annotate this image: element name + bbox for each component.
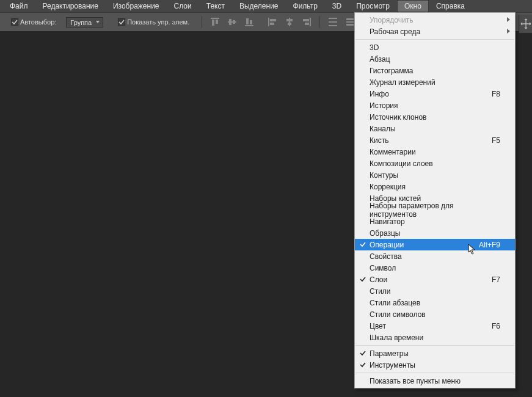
menu-image[interactable]: Изображение <box>106 0 167 12</box>
menu-item-shortcut: Alt+F9 <box>479 241 500 249</box>
menu-item[interactable]: Шкала времени <box>355 332 515 343</box>
menu-item[interactable]: Журнал измерений <box>355 76 515 88</box>
menu-item[interactable]: Каналы <box>355 123 515 134</box>
menu-item[interactable]: Показать все пункты меню <box>355 375 515 387</box>
move-tool-icon <box>519 15 532 33</box>
menu-item[interactable]: Образцы <box>355 227 515 239</box>
check-icon <box>359 275 366 283</box>
menu-item[interactable]: Символ <box>355 262 515 274</box>
menu-separator <box>355 345 514 346</box>
menu-separator <box>355 39 514 40</box>
window-menu-popup: УпорядочитьРабочая среда3DАбзацГистограм… <box>354 12 516 388</box>
menubar: Файл Редактирование Изображение Слои Тек… <box>0 0 532 12</box>
svg-rect-21 <box>346 18 354 20</box>
menu-item[interactable]: Источник клонов <box>355 111 515 123</box>
svg-rect-6 <box>245 25 253 26</box>
align-bottom-icon <box>242 15 256 29</box>
menu-item-label: История <box>370 101 500 110</box>
svg-rect-13 <box>286 19 293 21</box>
menu-window[interactable]: Окно <box>397 0 429 12</box>
menu-view[interactable]: Просмотр <box>349 0 397 12</box>
svg-rect-1 <box>212 20 214 26</box>
menu-item-label: Цвет <box>370 322 492 330</box>
align-vcenter-icon <box>225 15 239 29</box>
svg-rect-5 <box>233 20 235 24</box>
menu-item-label: Инфо <box>370 90 492 98</box>
svg-rect-4 <box>229 19 231 25</box>
svg-rect-2 <box>216 20 218 24</box>
menu-item[interactable]: Коррекция <box>355 181 515 192</box>
auto-select-label: Автовыбор: <box>20 18 56 26</box>
menu-edit[interactable]: Редактирование <box>35 0 106 12</box>
check-icon <box>359 349 366 357</box>
menu-item-label: Свойства <box>370 252 500 261</box>
menu-item[interactable]: СлоиF7 <box>355 274 515 285</box>
menu-filter[interactable]: Фильтр <box>286 0 325 12</box>
auto-select-checkbox[interactable] <box>11 18 18 26</box>
menu-item[interactable]: КистьF5 <box>355 134 515 146</box>
menu-layers[interactable]: Слои <box>167 0 199 12</box>
menu-item[interactable]: ЦветF6 <box>355 320 515 332</box>
menu-item[interactable]: Рабочая среда <box>355 26 515 37</box>
svg-rect-17 <box>305 23 309 25</box>
menu-item-label: Комментарии <box>370 148 500 156</box>
menu-item-label: 3D <box>370 43 500 52</box>
menu-item-label: Каналы <box>370 125 500 133</box>
menu-item[interactable]: Стили абзацев <box>355 297 515 308</box>
menu-item-label: Показать все пункты меню <box>370 377 500 385</box>
menu-separator <box>355 373 514 373</box>
check-icon <box>359 361 366 368</box>
svg-rect-10 <box>270 19 276 21</box>
menu-item[interactable]: Параметры <box>355 348 515 359</box>
svg-rect-23 <box>346 24 354 26</box>
menu-item-label: Стили <box>370 287 500 296</box>
menu-item[interactable]: Навигатор <box>355 216 515 227</box>
menu-item-label: Слои <box>370 275 492 284</box>
menu-item-label: Абзац <box>370 55 500 64</box>
distribute-top-icon <box>326 15 340 29</box>
menu-item[interactable]: Контуры <box>355 169 515 181</box>
svg-rect-7 <box>246 18 249 24</box>
check-icon <box>359 241 366 248</box>
menu-item[interactable]: ОперацииAlt+F9 <box>355 239 515 250</box>
menu-text[interactable]: Текст <box>199 0 232 12</box>
menu-item[interactable]: Стили <box>355 285 515 297</box>
svg-rect-9 <box>268 18 269 26</box>
align-left-icon <box>266 15 279 29</box>
menu-item[interactable]: Стили символов <box>355 308 515 320</box>
svg-rect-0 <box>211 18 219 19</box>
separator <box>319 16 320 28</box>
menu-item[interactable]: Композиции слоев <box>355 158 515 169</box>
menu-3d[interactable]: 3D <box>325 0 349 12</box>
show-controls-checkbox[interactable] <box>118 18 125 26</box>
submenu-arrow-icon <box>507 29 510 34</box>
show-controls-group[interactable]: Показать упр. элем. <box>118 18 189 26</box>
menu-item[interactable]: Свойства <box>355 250 515 262</box>
menu-item-label: Стили абзацев <box>370 299 500 307</box>
svg-rect-15 <box>310 18 311 26</box>
show-controls-label: Показать упр. элем. <box>127 18 189 26</box>
auto-select-group[interactable]: Автовыбор: <box>11 18 56 26</box>
menu-select[interactable]: Выделение <box>232 0 286 12</box>
menu-item: Упорядочить <box>355 14 515 26</box>
menu-help[interactable]: Справка <box>429 0 472 12</box>
menu-item-label: Гистограмма <box>370 67 500 75</box>
auto-select-dropdown[interactable]: Группа <box>66 17 103 27</box>
dropdown-value: Группа <box>70 19 92 26</box>
menu-item-label: Журнал измерений <box>370 78 500 87</box>
menu-file[interactable]: Файл <box>2 0 35 12</box>
menu-item-shortcut: F6 <box>492 322 500 330</box>
menu-item[interactable]: 3D <box>355 42 515 53</box>
menu-item[interactable]: Наборы параметров для инструментов <box>355 204 515 216</box>
menu-item[interactable]: Комментарии <box>355 146 515 158</box>
submenu-arrow-icon <box>507 17 510 22</box>
menu-item[interactable]: История <box>355 100 515 111</box>
menu-item[interactable]: Абзац <box>355 53 515 65</box>
menu-item[interactable]: Гистограмма <box>355 65 515 76</box>
menu-item-label: Упорядочить <box>370 16 500 24</box>
svg-rect-19 <box>329 21 337 23</box>
menu-item-label: Инструменты <box>370 361 500 370</box>
menu-item[interactable]: ИнфоF8 <box>355 88 515 100</box>
menu-item[interactable]: Инструменты <box>355 359 515 371</box>
separator <box>202 16 202 28</box>
